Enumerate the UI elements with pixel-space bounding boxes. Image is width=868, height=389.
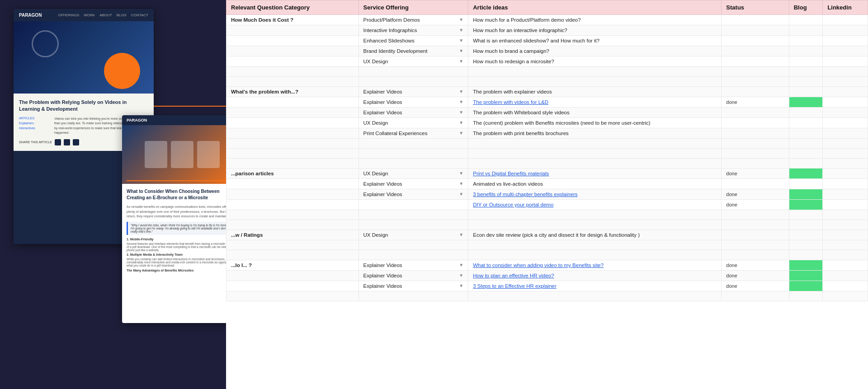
service-cell[interactable]: Print Collateral Experiences ▼ [359, 128, 468, 139]
service-cell[interactable]: Explainer Videos ▼ [359, 260, 468, 271]
dropdown-arrow-icon[interactable]: ▼ [459, 120, 463, 125]
dropdown-arrow-icon[interactable]: ▼ [459, 171, 463, 176]
service-cell[interactable]: Explainer Videos ▼ [359, 281, 468, 291]
empty-q [226, 77, 359, 87]
linkedin-cell [823, 25, 868, 36]
article-link[interactable]: Print vs Digital Benefits materials [473, 171, 549, 176]
dropdown-arrow-icon[interactable]: ▼ [459, 192, 463, 197]
article-cell: Econ dev site review (pick a city and di… [468, 230, 722, 240]
empty-s [359, 210, 468, 220]
article-cell[interactable]: 3 Steps to an Effective HR explainer [468, 281, 722, 291]
status-cell [722, 128, 789, 139]
empty-a [468, 139, 722, 149]
share-icon-3[interactable] [73, 139, 79, 145]
article-link[interactable]: What to consider when adding video to my… [473, 262, 604, 268]
shape-3 [197, 141, 220, 168]
blog-cell [789, 230, 823, 240]
service-cell[interactable]: Enhanced Slideshows ▼ [359, 36, 468, 46]
article-cell[interactable]: DIY or Outsource your portal demo [468, 200, 722, 210]
dropdown-arrow-icon[interactable]: ▼ [459, 181, 463, 186]
dropdown-arrow-icon[interactable]: ▼ [459, 99, 463, 104]
dropdown-arrow-icon[interactable]: ▼ [459, 262, 463, 267]
article-link[interactable]: The problem with videos for L&D [473, 99, 548, 105]
service-cell[interactable]: Explainer Videos ▼ [359, 108, 468, 118]
service-cell[interactable]: Explainer Videos ▼ [359, 189, 468, 200]
article-cell[interactable]: How to plan an effective HR video? [468, 271, 722, 281]
share-icon-2[interactable] [64, 139, 70, 145]
empty-q [226, 67, 359, 77]
dropdown-arrow-icon[interactable]: ▼ [459, 59, 463, 64]
blog-cell [789, 271, 823, 281]
article-cell: Animated vs live-action videos [468, 179, 722, 189]
spreadsheet[interactable]: Relevant Question Category Service Offer… [226, 0, 868, 389]
table-row [226, 220, 868, 230]
dropdown-arrow-icon[interactable]: ▼ [459, 89, 463, 94]
card2-subtitle: The Many Advantages of Benefits Microsit… [127, 269, 226, 272]
linkedin-cell [823, 281, 868, 291]
dropdown-arrow-icon[interactable]: ▼ [459, 17, 463, 22]
service-cell[interactable]: Interactive Infographics ▼ [359, 25, 468, 36]
empty-s [359, 220, 468, 230]
empty-s [359, 139, 468, 149]
empty-a [468, 159, 722, 169]
empty-li [823, 67, 868, 77]
article-cell[interactable]: What to consider when adding video to my… [468, 260, 722, 271]
empty-s [359, 240, 468, 250]
linkedin-cell [823, 118, 868, 128]
blog-cell [789, 128, 823, 139]
empty-s [359, 291, 468, 301]
status-cell [722, 230, 789, 240]
empty-blog [789, 291, 823, 301]
service-cell[interactable]: Explainer Videos ▼ [359, 97, 468, 108]
article-cell[interactable]: 3 benefits of multi-chapter benefits exp… [468, 189, 722, 200]
empty-li [823, 240, 868, 250]
service-cell[interactable]: Product/Platform Demos ▼ [359, 15, 468, 25]
empty-li [823, 220, 868, 230]
service-cell[interactable]: Explainer Videos ▼ [359, 179, 468, 189]
service-cell[interactable]: UX Design ▼ [359, 56, 468, 67]
service-cell[interactable] [359, 200, 468, 210]
service-cell[interactable]: UX Design ▼ [359, 118, 468, 128]
header-article-ideas: Article ideas [468, 0, 722, 15]
service-cell[interactable]: Explainer Videos ▼ [359, 271, 468, 281]
service-cell[interactable]: Brand Identity Development ▼ [359, 46, 468, 56]
share-icon-1[interactable] [55, 139, 61, 145]
card2-shapes [145, 141, 220, 168]
empty-a [468, 77, 722, 87]
article-link[interactable]: DIY or Outsource your portal demo [473, 202, 553, 207]
empty-st [722, 220, 789, 230]
question-cell: ...lo I... ? [226, 260, 359, 271]
service-cell[interactable]: UX Design ▼ [359, 230, 468, 240]
question-cell [226, 46, 359, 56]
empty-q [226, 291, 359, 301]
question-cell: What's the problem with...? [226, 87, 359, 97]
card1-image [14, 21, 154, 94]
article-link[interactable]: How to plan an effective HR video? [473, 273, 554, 278]
dropdown-arrow-icon[interactable]: ▼ [459, 110, 463, 115]
article-cell[interactable]: Print vs Digital Benefits materials [468, 169, 722, 179]
blog-cell [789, 56, 823, 67]
dropdown-arrow-icon[interactable]: ▼ [459, 232, 463, 237]
dropdown-arrow-icon[interactable]: ▼ [459, 38, 463, 43]
status-cell: done [722, 169, 789, 179]
service-cell[interactable]: UX Design ▼ [359, 169, 468, 179]
dropdown-arrow-icon[interactable]: ▼ [459, 48, 463, 53]
linkedin-cell [823, 46, 868, 56]
empty-s [359, 159, 468, 169]
linkedin-cell [823, 200, 868, 210]
dropdown-arrow-icon[interactable]: ▼ [459, 28, 463, 33]
dropdown-arrow-icon[interactable]: ▼ [459, 283, 463, 288]
article-link[interactable]: 3 Steps to an Effective HR explainer [473, 283, 557, 289]
blog-cell [789, 169, 823, 179]
dropdown-arrow-icon[interactable]: ▼ [459, 131, 463, 136]
question-cell [226, 118, 359, 128]
service-cell[interactable]: Explainer Videos ▼ [359, 87, 468, 97]
article-cell[interactable]: The problem with videos for L&D [468, 97, 722, 108]
article-link[interactable]: 3 benefits of multi-chapter benefits exp… [473, 192, 577, 197]
dropdown-arrow-icon[interactable]: ▼ [459, 273, 463, 278]
blog-cell [789, 87, 823, 97]
empty-st [722, 139, 789, 149]
question-cell [226, 97, 359, 108]
blog-card-2[interactable]: PARAGON What to Consider When Choosing B… [122, 115, 226, 323]
status-cell: done [722, 260, 789, 271]
